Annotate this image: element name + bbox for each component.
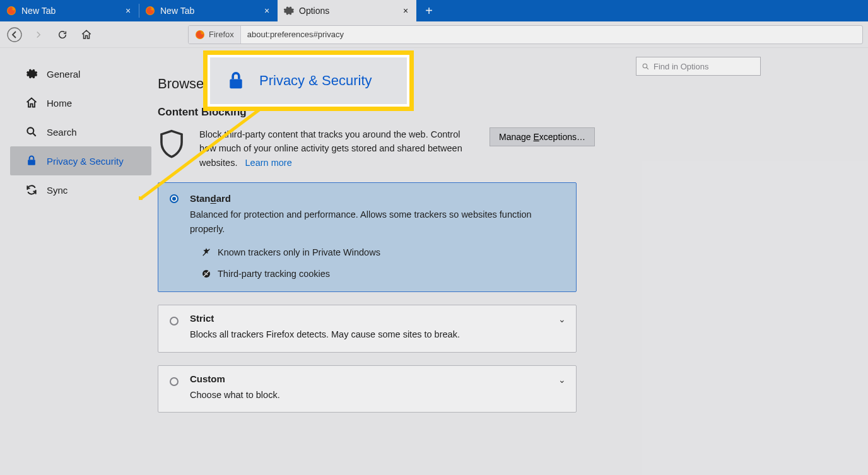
bullet-third-party-cookies: Third-party tracking cookies — [201, 269, 562, 279]
sidebar-item-label: Search — [47, 127, 77, 138]
main-content: Find in Options Browser Privacy Content … — [151, 48, 868, 475]
svg-point-2 — [8, 28, 21, 42]
firefox-icon — [6, 6, 16, 16]
manage-exceptions-button[interactable]: Manage Exceptions… — [490, 127, 595, 146]
toolbar: Firefox about:preferences#privacy — [0, 21, 868, 48]
close-icon[interactable]: × — [262, 6, 271, 15]
tab-strip: New Tab × New Tab × Options × + — [0, 0, 868, 21]
svg-point-8 — [204, 273, 206, 274]
card-title-custom: Custom — [190, 373, 562, 384]
new-tab-button[interactable]: + — [416, 0, 442, 21]
radio-strict[interactable] — [170, 317, 179, 325]
lock-icon — [25, 155, 38, 167]
sidebar-item-general[interactable]: General — [15, 59, 151, 88]
content-blocking-standard[interactable]: Standard Balanced for protection and per… — [158, 182, 577, 292]
content-blocking-header: Block third-party content that tracks yo… — [158, 127, 843, 170]
tab-new-tab-2[interactable]: New Tab × — [139, 0, 278, 21]
sidebar-item-label: General — [47, 69, 80, 79]
search-icon — [25, 126, 38, 138]
card-desc-custom: Choose what to block. — [190, 388, 562, 402]
urlbar-brand: Firefox — [209, 30, 234, 39]
svg-point-9 — [206, 274, 208, 276]
home-icon — [25, 97, 38, 109]
options-search-input[interactable]: Find in Options — [636, 57, 761, 76]
gear-icon — [25, 67, 38, 80]
url-bar[interactable]: Firefox about:preferences#privacy — [188, 25, 863, 44]
back-button[interactable] — [5, 25, 24, 44]
svg-rect-5 — [28, 160, 35, 165]
sidebar-item-search[interactable]: Search — [15, 117, 151, 146]
card-desc-standard: Balanced for protection and performance.… — [190, 208, 562, 236]
close-icon[interactable]: × — [124, 6, 132, 15]
content-blocking-strict[interactable]: ⌄ Strict Blocks all trackers Firefox det… — [158, 305, 577, 352]
close-icon[interactable]: × — [401, 6, 410, 15]
lock-icon — [226, 70, 245, 91]
tab-options[interactable]: Options × — [278, 0, 416, 21]
callout-privacy-security: Privacy & Security — [203, 50, 414, 111]
card-title-strict: Strict — [190, 313, 562, 324]
radio-standard[interactable] — [170, 194, 179, 203]
reload-button[interactable] — [53, 25, 72, 44]
card-desc-strict: Blocks all trackers Firefox detects. May… — [190, 327, 562, 341]
trackers-icon — [201, 247, 211, 257]
url-text: about:preferences#privacy — [241, 30, 350, 39]
chevron-down-icon[interactable]: ⌄ — [558, 314, 566, 324]
learn-more-link[interactable]: Learn more — [245, 158, 292, 168]
sidebar-item-label: Home — [47, 98, 72, 108]
bullet-known-trackers: Known trackers only in Private Windows — [201, 247, 562, 257]
radio-custom[interactable] — [170, 377, 179, 386]
sidebar-item-label: Sync — [47, 185, 67, 196]
sync-icon — [25, 184, 38, 196]
sidebar-item-sync[interactable]: Sync — [15, 175, 151, 204]
content-blocking-description: Block third-party content that tracks yo… — [199, 127, 471, 170]
card-title-standard: Standard — [190, 193, 562, 204]
tab-label: Options — [299, 6, 329, 16]
gear-icon — [284, 6, 294, 16]
forward-button[interactable] — [29, 25, 48, 44]
firefox-icon — [195, 30, 205, 40]
firefox-icon — [145, 6, 155, 16]
sidebar: General Home Search Privacy & Security S… — [0, 48, 151, 475]
svg-point-6 — [643, 64, 647, 68]
home-button[interactable] — [77, 25, 96, 44]
callout-label: Privacy & Security — [259, 73, 372, 89]
tab-new-tab-1[interactable]: New Tab × — [0, 0, 139, 21]
shield-icon — [158, 129, 185, 160]
tab-label: New Tab — [21, 6, 56, 16]
page: General Home Search Privacy & Security S… — [0, 48, 868, 475]
chevron-down-icon[interactable]: ⌄ — [558, 375, 566, 385]
search-placeholder: Find in Options — [654, 62, 708, 71]
tab-label: New Tab — [160, 6, 194, 16]
sidebar-item-privacy[interactable]: Privacy & Security — [10, 146, 151, 175]
sidebar-item-label: Privacy & Security — [47, 156, 124, 167]
content-blocking-custom[interactable]: ⌄ Custom Choose what to block. — [158, 365, 577, 413]
cookie-icon — [201, 269, 211, 279]
sidebar-item-home[interactable]: Home — [15, 88, 151, 117]
svg-point-4 — [27, 127, 33, 134]
svg-rect-12 — [230, 79, 242, 89]
urlbar-brand-segment: Firefox — [189, 26, 241, 44]
